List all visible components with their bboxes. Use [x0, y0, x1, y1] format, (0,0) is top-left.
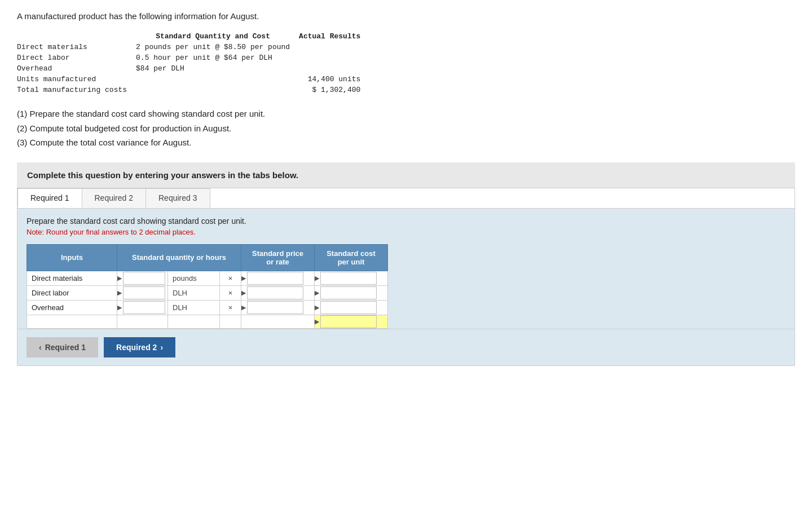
- info-row-label-0: Direct materials: [17, 42, 136, 52]
- info-row-actual-3: 14,400 units: [299, 74, 369, 85]
- prev-button[interactable]: ‹ Required 1: [27, 337, 98, 357]
- next-chevron-icon: ›: [160, 343, 163, 352]
- actual-header: Actual Results: [299, 31, 369, 42]
- info-row-actual-0: [299, 42, 369, 52]
- row-label-0: Direct materials: [27, 271, 117, 285]
- cost-table: Inputs Standard quantity or hours Standa…: [27, 244, 388, 329]
- next-button[interactable]: Required 2 ›: [104, 337, 175, 357]
- arrow-scpu-0: ▶: [315, 275, 319, 282]
- task-1: (1) Prepare the standard cost card showi…: [17, 107, 795, 121]
- mult-1: ×: [220, 285, 241, 300]
- input-total-scpu[interactable]: [320, 315, 377, 328]
- info-row-actual-4: $ 1,302,400: [299, 85, 369, 95]
- bottom-nav: ‹ Required 1 Required 2 ›: [17, 329, 795, 365]
- unit-0: pounds: [168, 271, 220, 285]
- tasks-section: (1) Prepare the standard cost card showi…: [17, 107, 795, 150]
- info-row-std-1: 0.5 hour per unit @ $64 per DLH: [136, 52, 299, 63]
- info-row-label-3: Units manufactured: [17, 74, 136, 85]
- unit-1: DLH: [168, 285, 220, 300]
- arrow-qty-1: ▶: [117, 289, 122, 297]
- row-label-2: Overhead: [27, 300, 117, 315]
- info-row-std-3: [136, 74, 299, 85]
- tab-description: Prepare the standard cost card showing s…: [27, 217, 785, 226]
- instruction-text: Complete this question by entering your …: [27, 170, 298, 180]
- row-label-1: Direct labor: [27, 285, 117, 300]
- mult-0: ×: [220, 271, 241, 285]
- arrow-qty-2: ▶: [117, 304, 122, 311]
- table-row: Direct labor ▶ DLH × ▶: [27, 285, 388, 300]
- arrow-rate-1: ▶: [241, 289, 246, 297]
- info-row-label-1: Direct labor: [17, 52, 136, 63]
- task-3: (3) Compute the total cost variance for …: [17, 135, 795, 150]
- table-row: Overhead ▶ DLH × ▶: [27, 300, 388, 315]
- tabs-section: Required 1 Required 2 Required 3 Prepare…: [17, 188, 795, 366]
- tab-required-1-label: Required 1: [30, 193, 69, 202]
- info-row-actual-1: [299, 52, 369, 63]
- tab-required-1[interactable]: Required 1: [17, 188, 82, 208]
- total-row: ▶: [27, 315, 388, 328]
- input-qty-0[interactable]: [123, 272, 165, 285]
- col-header-scpu: Standard cost per unit: [315, 244, 388, 271]
- col-header-inputs: Inputs: [27, 244, 117, 271]
- next-button-label: Required 2: [116, 343, 157, 352]
- arrow-rate-0: ▶: [241, 275, 246, 282]
- prev-button-label: Required 1: [45, 343, 86, 352]
- total-unit-blank: [168, 315, 220, 328]
- input-rate-2[interactable]: [247, 301, 303, 314]
- prev-chevron-icon: ‹: [39, 343, 42, 352]
- unit-2: DLH: [168, 300, 220, 315]
- input-qty-2[interactable]: [123, 301, 165, 314]
- std-qty-header: Standard Quantity and Cost: [136, 31, 299, 42]
- mult-2: ×: [220, 300, 241, 315]
- info-table: Standard Quantity and Cost Actual Result…: [17, 31, 369, 95]
- arrow-qty-0: ▶: [117, 275, 122, 282]
- info-row-actual-2: [299, 63, 369, 74]
- col-header-sqh: Standard quantity or hours: [117, 244, 241, 271]
- task-2: (2) Compute total budgeted cost for prod…: [17, 121, 795, 136]
- tab-required-3[interactable]: Required 3: [145, 188, 210, 208]
- input-qty-1[interactable]: [123, 286, 165, 299]
- info-row-std-2: $84 per DLH: [136, 63, 299, 74]
- tab-required-3-label: Required 3: [158, 193, 197, 202]
- intro-text: A manufactured product has the following…: [17, 11, 795, 21]
- arrow-scpu-2: ▶: [315, 304, 319, 311]
- instruction-box: Complete this question by entering your …: [17, 162, 795, 188]
- info-row-std-0: 2 pounds per unit @ $8.50 per pound: [136, 42, 299, 52]
- total-mult-blank: [220, 315, 241, 328]
- info-row-label-2: Overhead: [17, 63, 136, 74]
- arrow-scpu-1: ▶: [315, 289, 319, 297]
- arrow-rate-2: ▶: [241, 304, 246, 311]
- total-rate-blank: [241, 315, 315, 328]
- total-qty-blank: [117, 315, 168, 328]
- input-rate-1[interactable]: [247, 286, 303, 299]
- tab-required-2[interactable]: Required 2: [82, 188, 147, 208]
- col-header-rate: Standard price or rate: [241, 244, 315, 271]
- arrow-total-scpu: ▶: [315, 318, 319, 325]
- tab-1-content: Prepare the standard cost card showing s…: [17, 209, 795, 329]
- total-label: [27, 315, 117, 328]
- tabs-row: Required 1 Required 2 Required 3: [17, 188, 795, 209]
- tab-required-2-label: Required 2: [95, 193, 134, 202]
- info-row-label-4: Total manufacturing costs: [17, 85, 136, 95]
- table-row: Direct materials ▶ pounds × ▶: [27, 271, 388, 285]
- input-scpu-1[interactable]: [320, 286, 377, 299]
- input-scpu-2[interactable]: [320, 301, 377, 314]
- tab-note: Note: Round your final answers to 2 deci…: [27, 228, 785, 236]
- input-scpu-0[interactable]: [320, 272, 377, 285]
- input-rate-0[interactable]: [247, 272, 303, 285]
- info-row-std-4: [136, 85, 299, 95]
